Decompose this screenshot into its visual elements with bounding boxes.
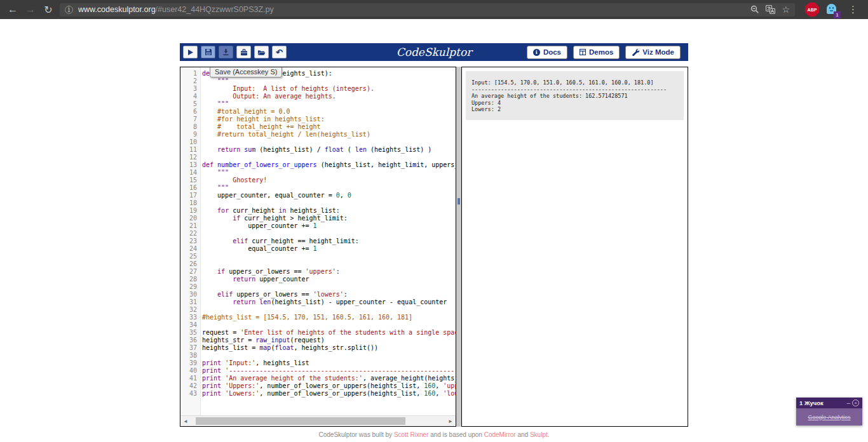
footer-text: CodeSkulptor was built by Scott Rixner a… — [318, 431, 549, 438]
workspace: 1def average_height (heights_list):2 """… — [180, 67, 688, 427]
close-icon[interactable]: × — [852, 399, 859, 406]
viz-mode-button[interactable]: Viz Mode — [625, 46, 681, 59]
codeskulptor-app: CodeSkulptor — [180, 43, 688, 427]
footer-plain-text: and is based upon — [428, 431, 484, 438]
code-line: 34 — [180, 321, 456, 329]
download-icon — [222, 48, 229, 56]
footer-link[interactable]: Scott Rixner — [394, 431, 428, 438]
bookmark-star-icon[interactable]: ☆ — [782, 4, 790, 15]
url-bar[interactable]: i www.codeskulptor.org/#user42_44HQzzwwr… — [60, 3, 795, 17]
line-number: 34 — [180, 321, 199, 329]
line-number: 19 — [180, 207, 199, 215]
console-line: An average height of the students: 162.5… — [471, 93, 678, 100]
line-number: 27 — [180, 268, 199, 276]
reload-icon[interactable]: ↻ — [39, 4, 57, 16]
line-number: 29 — [180, 283, 199, 291]
console-line: Input: [154.5, 170.0, 151.0, 160.5, 161.… — [471, 79, 678, 86]
code-line: 22 — [180, 230, 456, 238]
run-button[interactable] — [183, 46, 198, 58]
zoom-out-icon[interactable] — [750, 5, 759, 14]
code-line: 7 #for height in heights_list: — [180, 116, 456, 123]
line-number: 16 — [180, 184, 199, 192]
footer-link[interactable]: CodeMirror — [484, 431, 516, 438]
footer-plain-text: CodeSkulptor was built by — [318, 431, 393, 438]
ghostery-icon[interactable]: 1 — [827, 4, 838, 15]
docs-label: Docs — [543, 48, 561, 56]
line-number: 23 — [180, 238, 199, 245]
line-number: 8 — [180, 123, 199, 131]
code-editor[interactable]: 1def average_height (heights_list):2 """… — [180, 67, 456, 427]
footer-plain-text: . — [548, 431, 550, 438]
code-line: 9 #return total_height / len(heights_lis… — [180, 131, 456, 138]
download-button[interactable] — [219, 46, 233, 58]
briefcase-icon — [240, 49, 248, 56]
code-line: 30 elif uppers_or_lowers == 'lowers': — [180, 291, 456, 298]
reset-button[interactable]: ↶ — [272, 46, 287, 58]
code-line: 13def number_of_lowers_or_uppers (height… — [180, 161, 456, 169]
editor-horizontal-scrollbar[interactable]: ◄ ► — [180, 415, 456, 426]
code-line: 25 — [180, 253, 456, 260]
line-number: 2 — [180, 77, 199, 85]
code-line: 15 Ghostery! — [180, 177, 456, 184]
code-line: 11 return sum (heights_list) / float ( l… — [180, 146, 456, 154]
editor-lines[interactable]: 1def average_height (heights_list):2 """… — [180, 67, 456, 415]
splitter-grip — [458, 198, 460, 204]
line-number: 30 — [180, 291, 199, 298]
docs-button[interactable]: i Docs — [527, 46, 567, 59]
viz-mode-label: Viz Mode — [642, 48, 674, 56]
line-number: 7 — [180, 116, 199, 123]
code-line: 10 — [180, 138, 456, 146]
code-line: 35request = 'Enter list of heights of th… — [180, 329, 456, 337]
open-button[interactable] — [254, 46, 269, 58]
line-number: 40 — [180, 367, 199, 375]
forward-icon[interactable]: → — [22, 4, 39, 15]
line-number: 36 — [180, 337, 199, 344]
code-line: 41print 'An average height of the studen… — [180, 375, 456, 382]
code-line: 19 for curr_height in heights_list: — [180, 207, 456, 215]
code-line: 3 Input: A list of heights (integers). — [180, 85, 456, 93]
tracker-item[interactable]: Google Analytics — [808, 414, 850, 420]
scrollbar-thumb[interactable] — [196, 417, 405, 425]
scroll-left-arrow-icon[interactable]: ◄ — [180, 416, 191, 426]
save-button[interactable] — [201, 46, 215, 58]
line-number: 33 — [180, 314, 199, 321]
code-line: 38 — [180, 352, 456, 359]
line-number: 22 — [180, 230, 199, 238]
code-line: 39print 'Input:', heights_list — [180, 359, 456, 367]
code-line: 2 """ — [180, 77, 456, 85]
line-number: 14 — [180, 169, 199, 177]
translate-icon[interactable] — [766, 5, 775, 14]
line-number: 39 — [180, 359, 199, 367]
url-text: www.codeskulptor.org/#user42_44HQzzwwrS0… — [78, 5, 274, 14]
code-line: 27 if uppers_or_lowers == 'uppers': — [180, 268, 456, 276]
play-icon — [187, 49, 194, 56]
minimize-icon[interactable]: – — [846, 400, 850, 406]
adblock-plus-icon[interactable]: ABP — [805, 3, 819, 17]
back-icon[interactable]: ← — [4, 4, 22, 15]
scroll-right-arrow-icon[interactable]: ► — [445, 416, 456, 426]
demos-icon — [580, 49, 586, 55]
line-number: 18 — [180, 199, 199, 207]
console-line: ----------------------------------------… — [471, 86, 678, 93]
fresh-url-button[interactable] — [236, 46, 251, 58]
demos-button[interactable]: Demos — [573, 46, 620, 59]
line-number: 4 — [180, 93, 199, 100]
line-number: 37 — [180, 344, 199, 352]
code-line: 12 — [180, 154, 456, 161]
ghostery-popup: 1 Жучок – × Google Analytics — [796, 398, 862, 425]
console-output: Input: [154.5, 170.0, 151.0, 160.5, 161.… — [466, 71, 684, 120]
code-line: 40print '-------------------------------… — [180, 367, 456, 375]
floppy-icon — [205, 48, 212, 56]
undo-icon: ↶ — [276, 48, 283, 57]
code-line: 43print 'Lowers:', number_of_lowers_or_u… — [180, 390, 456, 398]
line-number: 12 — [180, 154, 199, 161]
line-number: 1 — [180, 70, 199, 77]
code-line: 36heights_str = raw_input(request) — [180, 337, 456, 344]
line-number: 9 — [180, 131, 199, 138]
pane-splitter[interactable] — [456, 67, 461, 427]
menu-dots-icon[interactable]: ⋮ — [846, 4, 860, 15]
footer-plain-text: and — [516, 431, 530, 438]
footer-link[interactable]: Skulpt — [530, 431, 548, 438]
line-number: 6 — [180, 108, 199, 116]
page-info-icon[interactable]: i — [65, 6, 73, 14]
